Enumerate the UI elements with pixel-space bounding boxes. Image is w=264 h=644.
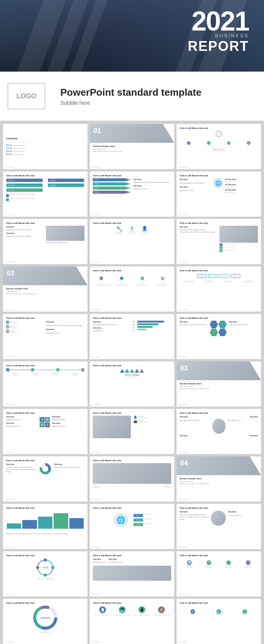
ir-icon-1: 📊 Text here Supporting text [186, 558, 193, 568]
triangles-area: TEXT HERE Supporting text here [93, 369, 171, 378]
section-03-num: /03 [180, 364, 188, 372]
slide-footer-7: PPT templates [5, 262, 14, 263]
slide-footer-24: PPT templates [179, 499, 187, 500]
bar-year: 2018 [133, 331, 172, 333]
keyword-boxes-2: Text here Click to add text here. Text h… [180, 280, 258, 283]
img-text-row-3: Text here Text here [180, 434, 258, 437]
slide-hex-globe: Click to edit Master title style 🌐 Text … [90, 504, 174, 549]
piano-label-2: Text here Supporting text [164, 485, 171, 488]
triangle-row [93, 369, 171, 373]
slide-14-title: Click to edit Master title style [93, 317, 171, 319]
slide-8-title: Click to edit Master title style [93, 222, 171, 224]
ct-circle-3: 3 [56, 368, 60, 372]
swot-t: T [45, 422, 50, 427]
flow-box-5: TypeHere [48, 184, 84, 187]
image-text-area: Text here Text here Click. Add here text… [180, 416, 258, 437]
hg-item-2: Text here Supporting text [133, 518, 153, 522]
slide-32-title: Click to edit Master title style [93, 602, 171, 604]
tri-1 [120, 369, 124, 373]
wrench-area: 🔧 Text here Supporting text $ Text here … [93, 226, 171, 235]
circle-photo-img [211, 511, 226, 526]
chat-icon-1: 💬 [6, 321, 9, 324]
num-list-items: 1 Text here. Click to add. 2 Text here. … [219, 243, 258, 252]
slide-chat-bubbles: Click to edit Master title style 💬 Text … [3, 314, 87, 359]
process-arrows-area: 🤝 Text here → 👥 Text here → % Text here … [93, 274, 171, 288]
swot-area: Text here Supporting text here. Text her… [6, 416, 84, 429]
org-nodes: ★ Text ♦ Text ● Text ■ Text [180, 138, 258, 147]
circle-img [211, 511, 226, 526]
bar-2019 [54, 513, 68, 529]
proc-icon-1: 🤝 [100, 277, 103, 280]
hex-1: 1 [210, 321, 218, 328]
slide-photo [219, 226, 258, 243]
flow-box-3: Text here [6, 188, 43, 192]
icons-large-row-1: 📋 Text here Supporting text here. Click … [93, 606, 171, 616]
ct-label-2: Text here In next text [26, 373, 45, 376]
bar-right: Q4 Q3 Q2 Q1 2018 [133, 321, 172, 333]
keyword-boxes: Keyword Keyword Keyword Keyword [180, 274, 258, 278]
slide-wrench-dollar: Click to edit Master title style 🔧 Text … [90, 219, 174, 264]
slide-footer-18: PPT templates [179, 404, 187, 405]
hex-3: 3 [210, 329, 218, 336]
img-text-row-2: Click. Add here text. Check too. Click. … [180, 419, 258, 434]
wrench-col: 🔧 Text here Supporting text [116, 226, 123, 235]
image-bottom-area: Text here Click. Add here text. Text her… [93, 558, 171, 581]
slide-footer-1: PPT templates [5, 167, 14, 168]
circle-row: 1 2 3 4 [6, 368, 84, 372]
slide-extra: Click to edit Master title style ★ Text … [177, 599, 261, 644]
cycle-label-3: Check [45, 578, 49, 580]
slide-6-title: Click to edit Master title style [180, 174, 258, 177]
hero-banner: 2021 BUSINESS REPORT [0, 0, 264, 72]
process-text-2: Text here. Click to add text here or cha… [10, 198, 35, 199]
ex-1: ★ Text here [190, 607, 195, 615]
ct-circle-4: 4 [81, 368, 84, 372]
proc-icon-2: 👥 [120, 277, 123, 280]
megaphone-area: Text here Text here Text here Text here … [93, 178, 171, 194]
flow-right: TypeHere TypeHere [48, 178, 84, 187]
img-text-h4: Text here [250, 434, 258, 437]
hero-report: REPORT [188, 38, 249, 54]
slide-flow-boxes: Click to edit Master title style Text he… [3, 171, 87, 217]
piano-image [93, 463, 171, 484]
ex-circle-2: ◆ [216, 609, 221, 614]
ir-icon-2: 💡 Text here Supporting text [205, 558, 213, 568]
slide-extra-title: Click to edit Master title style [180, 602, 258, 604]
chat-area: 💬 Text here Supporting text 💬 Text here … [6, 321, 84, 335]
bar-chart-area: Text here Click. Add text here. Check he… [93, 321, 171, 333]
slide-29-title: Click to edit Master title style [93, 554, 171, 557]
flow-box-2: Text here [6, 184, 43, 187]
slide-footer-32: PPT templates [92, 641, 101, 643]
bar-2016 [7, 523, 21, 529]
slide-numbered-list: Click to edit Master title style Text he… [177, 219, 261, 264]
img-text-h3: Text here [180, 434, 188, 437]
slide-contents: CONTENTS Part 01 Supporting text here. P… [3, 124, 87, 169]
num-item-1: 1 Text here. Click to add. [219, 243, 258, 246]
chat-item-2: 💬 Text here Supporting text [6, 325, 45, 329]
slide-globe-text: Click to edit Master title style Text he… [177, 171, 261, 217]
num-item-3: 3 Text here. Click to add. [219, 249, 258, 252]
slide-footer-17: PPT templates [92, 404, 101, 405]
cycle-center-svg: CENTER [33, 606, 58, 630]
contents-item-1: Part 01 Supporting text here. [6, 144, 84, 147]
slide-footer-31: PPT templates [5, 641, 14, 643]
process-dot-1 [6, 194, 9, 197]
slide-footer-9: PPT templates [179, 262, 187, 263]
q1-fill [137, 329, 147, 330]
slide-15-title: Click to edit Master title style [180, 317, 258, 319]
donut-right: Text here Unfired fonts make reading mor… [54, 463, 84, 469]
chat-icon-3: 💬 [6, 330, 9, 333]
svg-text:CENTER: CENTER [40, 617, 50, 619]
il-1: 📋 Text here Supporting text here. Click … [94, 606, 111, 616]
hex-text-left: Text here Click. Only choose the option … [180, 321, 209, 327]
chat-icon-2: 💬 [6, 325, 9, 329]
slide-footer-2: PPT templates [92, 167, 101, 168]
slide-section-03: /03 Section Header Here Supporting text … [177, 361, 261, 407]
globe-icon: 🌐 [213, 178, 223, 188]
icons-large-area: 📋 Text here Supporting text here. Click … [93, 606, 171, 616]
swot-text-2: Text here [6, 422, 38, 424]
svg-point-3 [51, 566, 54, 569]
org-icon-4: ■ [247, 141, 250, 145]
contents-item-4: Part 04 Supporting text here. [6, 153, 84, 156]
globe-right-text: 01 Text here Supporting text here. 02 Te… [224, 178, 258, 193]
tri-4 [135, 369, 139, 373]
